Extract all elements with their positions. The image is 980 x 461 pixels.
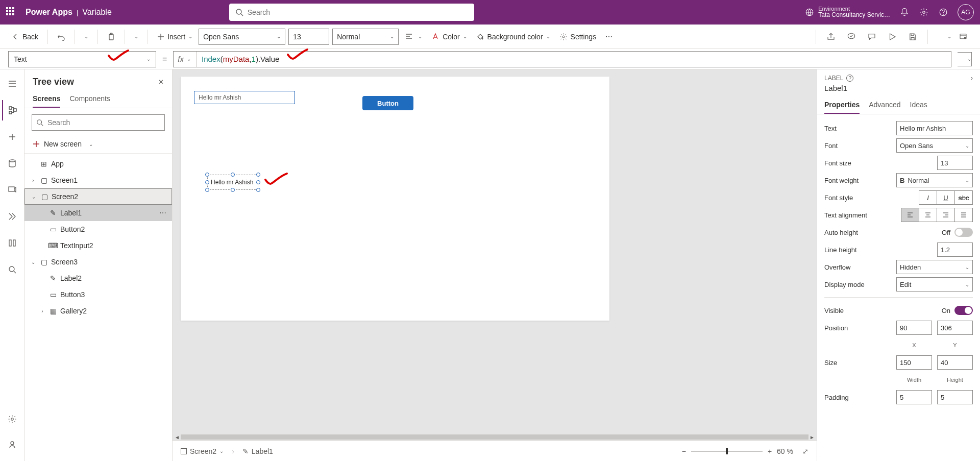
preview-icon[interactable]	[884, 28, 901, 45]
strikethrough-button[interactable]: abc	[954, 190, 973, 205]
resize-handle[interactable]	[205, 173, 209, 177]
zoom-slider[interactable]	[691, 451, 763, 452]
tab-components[interactable]: Components	[69, 94, 110, 108]
expand-formula-button[interactable]: ⌄	[958, 52, 972, 66]
tree-node-screen2[interactable]: ⌄▢Screen2	[24, 188, 172, 205]
breadcrumb-screen[interactable]: Screen2⌄	[181, 447, 224, 455]
app-launcher-icon[interactable]	[6, 7, 16, 17]
collapse-panel-button[interactable]: ›	[971, 75, 973, 82]
align-left-button[interactable]	[901, 208, 919, 222]
italic-button[interactable]: I	[919, 190, 937, 205]
underline-button[interactable]: U	[937, 190, 955, 205]
prop-overflow-select[interactable]: Hidden⌄	[896, 260, 973, 274]
global-search[interactable]	[229, 4, 474, 21]
back-button[interactable]: Back	[8, 29, 41, 45]
zoom-in-button[interactable]: +	[768, 447, 772, 455]
tab-screens[interactable]: Screens	[33, 94, 60, 108]
tree-node-button2[interactable]: ▭Button2	[24, 221, 172, 237]
environment-picker[interactable]: Environment Tata Consultancy Servic…	[805, 6, 890, 18]
autoheight-toggle[interactable]	[954, 228, 973, 237]
property-selector[interactable]: Text ⌄	[8, 51, 156, 67]
undo-menu[interactable]: ⌄	[81, 29, 91, 45]
prop-pad-top-input[interactable]: 5	[896, 390, 932, 404]
design-canvas[interactable]: Hello mr Ashish Button Hello mr Ashish	[181, 77, 609, 321]
settings-icon[interactable]	[919, 7, 929, 17]
resize-handle[interactable]	[205, 188, 209, 192]
rail-power-automate[interactable]	[2, 206, 22, 227]
publish-icon[interactable]	[954, 28, 972, 45]
tab-ideas[interactable]: Ideas	[910, 96, 927, 114]
share-icon[interactable]	[822, 28, 840, 45]
visible-toggle[interactable]	[954, 306, 973, 315]
paste-menu[interactable]: ⌄	[131, 29, 141, 45]
prop-height-input[interactable]: 40	[937, 355, 973, 370]
rail-media[interactable]	[2, 180, 22, 200]
tree-node-screen3[interactable]: ⌄▢Screen3	[24, 254, 172, 270]
checker-icon[interactable]	[843, 28, 860, 45]
font-size-selector[interactable]: 13	[288, 29, 329, 45]
rail-variables[interactable]	[2, 233, 22, 253]
settings-button[interactable]: Settings	[556, 29, 600, 45]
prop-font-select[interactable]: Open Sans⌄	[896, 138, 973, 153]
resize-handle[interactable]	[256, 173, 260, 177]
user-avatar[interactable]: AG	[958, 4, 974, 20]
align-justify-button[interactable]	[954, 208, 973, 222]
tree-node-textinput2[interactable]: ⌨TextInput2	[24, 237, 172, 254]
tree-node-label1[interactable]: ✎Label1⋯	[24, 205, 172, 221]
tree-node-app[interactable]: ⊞App	[24, 156, 172, 172]
font-selector[interactable]: Open Sans⌄	[199, 29, 285, 45]
tree-node-gallery2[interactable]: ›▦Gallery2	[24, 303, 172, 319]
rail-settings[interactable]	[2, 409, 22, 429]
formula-input[interactable]: fx⌄ Index(myData,1).Value	[173, 51, 951, 67]
prop-fontweight-select[interactable]: BNormal⌄	[896, 173, 973, 187]
tree-node-screen1[interactable]: ›▢Screen1	[24, 172, 172, 188]
rail-data[interactable]	[2, 153, 22, 174]
rail-search[interactable]	[2, 259, 22, 280]
new-screen-button[interactable]: New screen ⌄	[24, 137, 172, 154]
prop-pad-right-input[interactable]: 5	[937, 390, 973, 404]
save-icon[interactable]	[904, 28, 921, 45]
tree-node-label2[interactable]: ✎Label2	[24, 270, 172, 286]
tab-properties[interactable]: Properties	[824, 96, 860, 114]
search-input[interactable]	[248, 8, 468, 16]
rail-tree-view[interactable]	[2, 100, 22, 120]
rail-hamburger[interactable]	[2, 74, 22, 94]
bgcolor-button[interactable]: Background color⌄	[473, 29, 553, 45]
fit-screen-button[interactable]: ⤢	[802, 447, 808, 455]
resize-handle[interactable]	[231, 173, 235, 177]
align-menu[interactable]: ⌄	[402, 29, 425, 45]
canvas-label-selected[interactable]: Hello mr Ashish	[207, 175, 258, 190]
close-icon[interactable]: ✕	[158, 78, 164, 86]
align-center-button[interactable]	[919, 208, 937, 222]
zoom-out-button[interactable]: −	[682, 447, 686, 455]
save-menu[interactable]: ⌄	[934, 28, 951, 45]
rail-insert[interactable]	[2, 127, 22, 147]
resize-handle[interactable]	[205, 180, 209, 184]
prop-displaymode-select[interactable]: Edit⌄	[896, 277, 973, 292]
resize-handle[interactable]	[256, 188, 260, 192]
horizontal-scrollbar[interactable]	[181, 434, 808, 440]
canvas-textinput[interactable]: Hello mr Ashish	[194, 91, 295, 104]
font-weight-selector[interactable]: Normal⌄	[332, 29, 399, 45]
align-right-button[interactable]	[937, 208, 955, 222]
undo-button[interactable]	[54, 29, 68, 45]
prop-fontsize-input[interactable]: 13	[937, 156, 973, 170]
prop-x-input[interactable]: 90	[896, 321, 932, 335]
prop-lineheight-input[interactable]: 1.2	[937, 242, 973, 257]
more-commands[interactable]: ⋯	[602, 29, 616, 45]
help-icon[interactable]	[938, 7, 948, 17]
tree-node-button3[interactable]: ▭Button3	[24, 286, 172, 303]
tab-advanced[interactable]: Advanced	[869, 96, 900, 114]
info-icon[interactable]: ?	[846, 75, 853, 82]
resize-handle[interactable]	[231, 188, 235, 192]
resize-handle[interactable]	[256, 180, 260, 184]
canvas-button[interactable]: Button	[362, 96, 413, 110]
color-button[interactable]: Color⌄	[428, 29, 470, 45]
paste-button[interactable]	[104, 29, 118, 45]
comments-icon[interactable]	[863, 28, 880, 45]
notifications-icon[interactable]	[899, 7, 910, 17]
prop-y-input[interactable]: 306	[937, 321, 973, 335]
insert-button[interactable]: Insert ⌄	[154, 29, 195, 45]
prop-width-input[interactable]: 150	[896, 355, 932, 370]
breadcrumb-control[interactable]: ✎Label1	[242, 447, 273, 455]
